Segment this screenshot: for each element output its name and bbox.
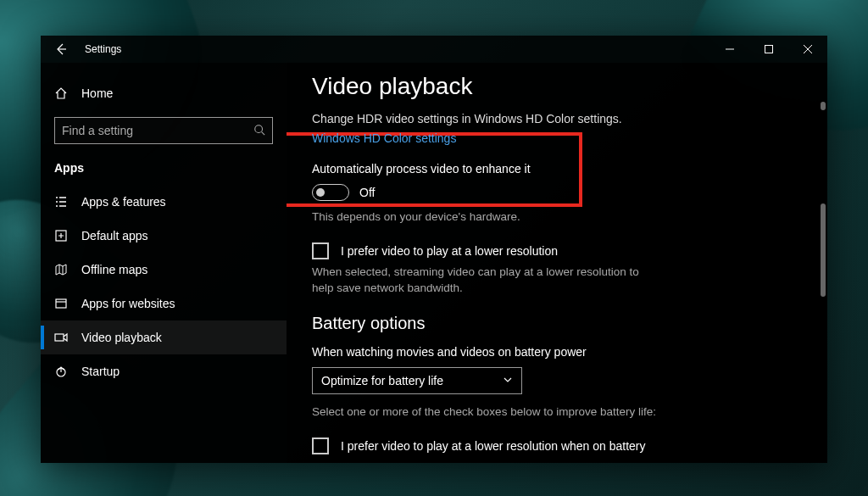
titlebar: Settings [41, 36, 827, 63]
sidebar-item-label: Apps for websites [81, 297, 175, 310]
sidebar-item-offline-maps[interactable]: Offline maps [41, 253, 287, 287]
svg-rect-4 [55, 334, 64, 341]
chevron-down-icon [503, 374, 513, 387]
lowres-label: I prefer video to play at a lower resolu… [341, 244, 558, 258]
minimize-button[interactable] [710, 36, 749, 63]
svg-rect-3 [56, 299, 66, 308]
sidebar-item-label: Video playback [81, 331, 162, 344]
search-box[interactable] [54, 117, 273, 144]
sidebar-item-label: Apps & features [81, 195, 166, 209]
search-input[interactable] [62, 124, 253, 137]
default-apps-icon [54, 229, 68, 242]
content-area: Video playback Change HDR video settings… [287, 63, 827, 463]
scrollbar[interactable] [817, 102, 826, 458]
battery-lowres-checkbox[interactable] [312, 437, 329, 454]
auto-enhance-hint: This depends on your device's hardware. [312, 209, 785, 226]
window-title: Settings [85, 43, 121, 55]
battery-lowres-label: I prefer video to play at a lower resolu… [341, 439, 646, 453]
search-icon [253, 124, 265, 138]
sidebar: Home Apps Apps & features Default ap [41, 63, 287, 463]
sidebar-item-startup[interactable]: Startup [41, 354, 287, 388]
battery-hint: Select one or more of the check boxes be… [312, 404, 785, 421]
websites-icon [54, 297, 68, 310]
sidebar-item-label: Startup [81, 365, 120, 378]
auto-enhance-label: Automatically process video to enhance i… [312, 162, 785, 176]
close-button[interactable] [788, 36, 827, 63]
hdr-description: Change HDR video settings in Windows HD … [312, 112, 785, 125]
home-icon [54, 86, 68, 100]
list-icon [54, 195, 68, 209]
sidebar-item-video-playback[interactable]: Video playback [41, 320, 287, 354]
maximize-button[interactable] [749, 36, 788, 63]
sidebar-item-default-apps[interactable]: Default apps [41, 219, 287, 253]
sidebar-home[interactable]: Home [41, 76, 287, 110]
battery-heading: Battery options [312, 314, 785, 333]
battery-label: When watching movies and videos on batte… [312, 345, 785, 359]
lowres-checkbox[interactable] [312, 242, 329, 259]
sidebar-item-apps-features[interactable]: Apps & features [41, 185, 287, 219]
svg-rect-0 [765, 46, 773, 53]
sidebar-home-label: Home [81, 86, 113, 100]
sidebar-item-label: Default apps [81, 229, 148, 242]
auto-enhance-toggle[interactable] [312, 184, 349, 201]
battery-dropdown[interactable]: Optimize for battery life [312, 367, 522, 394]
startup-icon [54, 365, 68, 378]
svg-point-1 [255, 125, 263, 132]
hdr-link[interactable]: Windows HD Color settings [312, 131, 456, 145]
back-button[interactable] [41, 36, 81, 63]
sidebar-item-label: Offline maps [81, 263, 147, 276]
map-icon [54, 263, 68, 276]
battery-dropdown-value: Optimize for battery life [321, 374, 443, 387]
sidebar-item-apps-for-websites[interactable]: Apps for websites [41, 287, 287, 320]
settings-window: Settings Home [41, 36, 827, 463]
video-icon [54, 331, 68, 344]
page-heading: Video playback [312, 73, 785, 100]
lowres-hint: When selected, streaming video can play … [312, 265, 651, 297]
sidebar-category: Apps [41, 154, 287, 185]
auto-enhance-state: Off [359, 186, 375, 199]
